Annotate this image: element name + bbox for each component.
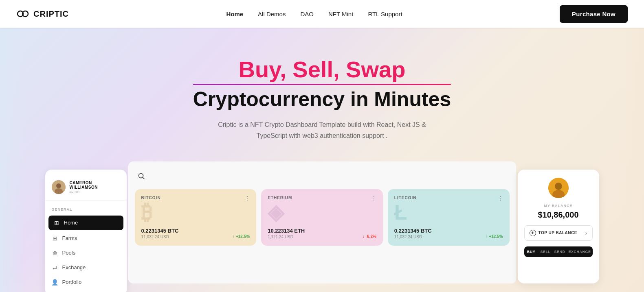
search-icon bbox=[138, 172, 145, 180]
ethereum-usd-row: 1,121.24 USD ↓ -6.2% bbox=[268, 234, 376, 239]
litecoin-card: LITECOIN ⋮ Ł 0.2231345 BTC 11,032.24 USD… bbox=[388, 189, 510, 246]
hero-section: Buy, Sell, Swap Cryptocurrency in Minute… bbox=[0, 0, 644, 292]
litecoin-usd-row: 11,032.24 USD ↑ +12.5% bbox=[394, 234, 503, 239]
preview-area: CAMERON WILLIAMSON admin GENERAL ⊞ Home … bbox=[37, 161, 607, 292]
hero-text-block: Buy, Sell, Swap Cryptocurrency in Minute… bbox=[193, 57, 451, 141]
fade-left bbox=[0, 28, 24, 292]
litecoin-card-name: LITECOIN bbox=[394, 196, 503, 200]
sidebar-item-pools-label: Pools bbox=[62, 250, 76, 256]
user-role: admin bbox=[70, 190, 120, 194]
bitcoin-usd: 11,032.24 USD bbox=[141, 235, 169, 239]
nav-rtl-support[interactable]: RTL Support bbox=[368, 11, 402, 17]
navbar: CRIPTIC Home All Demos DAO NFT Mint RTL … bbox=[0, 0, 644, 28]
bitcoin-card: BITCOIN ⋮ ₿ 0.2231345 BTC 11,032.24 USD … bbox=[135, 189, 257, 246]
topup-label: TOP UP BALANCE bbox=[538, 231, 577, 235]
topup-left: + TOP UP BALANCE bbox=[530, 230, 577, 236]
topup-plus-icon: + bbox=[530, 230, 536, 236]
nav-links: Home All Demos DAO NFT Mint RTL Support bbox=[226, 11, 402, 17]
ethereum-amount: 10.223134 ETH bbox=[268, 228, 376, 234]
sidebar-item-home-label: Home bbox=[64, 220, 78, 226]
sidebar-card: CAMERON WILLIAMSON admin GENERAL ⊞ Home … bbox=[45, 170, 127, 292]
user-name: CAMERON WILLIAMSON bbox=[70, 181, 120, 190]
svg-point-8 bbox=[555, 183, 562, 190]
sidebar-item-exchange[interactable]: ⇄ Exchange bbox=[45, 260, 127, 275]
sidebar-item-pools[interactable]: ⊗ Pools bbox=[45, 246, 127, 260]
topup-button[interactable]: + TOP UP BALANCE › bbox=[524, 225, 593, 241]
balance-tabs: BUY SELL SEND EXCHANGE bbox=[524, 246, 593, 257]
crypto-cards-row: BITCOIN ⋮ ₿ 0.2231345 BTC 11,032.24 USD … bbox=[135, 189, 510, 246]
user-avatar bbox=[52, 180, 66, 194]
tab-sell[interactable]: SELL bbox=[538, 246, 552, 257]
ethereum-change: ↓ -6.2% bbox=[363, 234, 376, 239]
logo[interactable]: CRIPTIC bbox=[16, 7, 69, 20]
purchase-now-button[interactable]: Purchase Now bbox=[560, 5, 628, 23]
svg-point-5 bbox=[138, 173, 143, 178]
svg-line-6 bbox=[143, 177, 144, 179]
bitcoin-change: ↑ +12.5% bbox=[233, 234, 250, 239]
dashboard-center: BITCOIN ⋮ ₿ 0.2231345 BTC 11,032.24 USD … bbox=[128, 161, 516, 283]
search-bar-row bbox=[135, 168, 510, 184]
hero-title-main: Cryptocurrency in Minutes bbox=[193, 87, 451, 111]
sidebar-item-portfolio[interactable]: 👤 Portfolio bbox=[45, 275, 127, 290]
litecoin-icon: Ł bbox=[394, 202, 503, 223]
ethereum-card-name: ETHERIUM bbox=[268, 196, 376, 200]
sidebar-item-home[interactable]: ⊞ Home bbox=[48, 216, 123, 230]
bitcoin-amount: 0.2231345 BTC bbox=[141, 228, 250, 234]
pools-icon: ⊗ bbox=[52, 250, 58, 256]
ethereum-card: ETHERIUM ⋮ ◈ 10.223134 ETH 1,121.24 USD … bbox=[261, 189, 383, 246]
bitcoin-change-arrow: ↑ bbox=[233, 234, 235, 239]
svg-point-3 bbox=[56, 183, 61, 188]
ethereum-change-arrow: ↓ bbox=[363, 234, 365, 239]
bitcoin-usd-row: 11,032.24 USD ↑ +12.5% bbox=[141, 234, 250, 239]
litecoin-amount: 0.2231345 BTC bbox=[394, 228, 503, 234]
nav-dao[interactable]: DAO bbox=[300, 11, 314, 17]
user-info: CAMERON WILLIAMSON admin bbox=[70, 181, 120, 194]
sidebar-item-portfolio-label: Portfolio bbox=[62, 279, 82, 285]
topup-arrow-icon: › bbox=[585, 230, 587, 236]
nav-all-demos[interactable]: All Demos bbox=[258, 11, 286, 17]
nav-nft-mint[interactable]: NFT Mint bbox=[328, 11, 353, 17]
search-button[interactable] bbox=[135, 170, 148, 183]
hero-title-accent: Buy, Sell, Swap bbox=[193, 57, 451, 85]
exchange-icon: ⇄ bbox=[52, 264, 58, 271]
tab-exchange[interactable]: EXCHANGE bbox=[567, 246, 592, 257]
litecoin-change: ↑ +12.5% bbox=[486, 234, 503, 239]
sidebar-section-label: GENERAL bbox=[45, 206, 127, 215]
litecoin-change-arrow: ↑ bbox=[486, 234, 488, 239]
bitcoin-card-name: BITCOIN bbox=[141, 196, 250, 200]
ethereum-usd: 1,121.24 USD bbox=[268, 235, 293, 239]
tab-send[interactable]: SEND bbox=[552, 246, 567, 257]
nav-home[interactable]: Home bbox=[226, 11, 243, 17]
sidebar-item-exchange-label: Exchange bbox=[62, 264, 86, 270]
portfolio-icon: 👤 bbox=[52, 279, 58, 285]
sidebar-item-farms-label: Farms bbox=[62, 235, 77, 241]
balance-label: MY BALANCE bbox=[544, 204, 573, 208]
bitcoin-icon: ₿ bbox=[141, 202, 250, 223]
hero-subtitle: Criptic is a NFT Crypto Dashboard Templa… bbox=[193, 119, 451, 141]
logo-text: CRIPTIC bbox=[33, 9, 69, 19]
fade-right bbox=[620, 28, 644, 292]
litecoin-usd: 11,032.24 USD bbox=[394, 235, 422, 239]
tab-buy[interactable]: BUY bbox=[524, 246, 538, 257]
balance-user-avatar bbox=[548, 178, 569, 198]
balance-amount: $10,86,000 bbox=[538, 210, 578, 220]
logo-icon bbox=[16, 7, 29, 20]
home-icon: ⊞ bbox=[53, 220, 60, 226]
sidebar-item-farms[interactable]: ⊞ Farms bbox=[45, 231, 127, 246]
balance-card: MY BALANCE $10,86,000 + TOP UP BALANCE ›… bbox=[518, 170, 599, 283]
ethereum-icon: ◈ bbox=[268, 202, 376, 223]
farms-icon: ⊞ bbox=[52, 235, 58, 242]
sidebar-user: CAMERON WILLIAMSON admin bbox=[45, 176, 127, 201]
